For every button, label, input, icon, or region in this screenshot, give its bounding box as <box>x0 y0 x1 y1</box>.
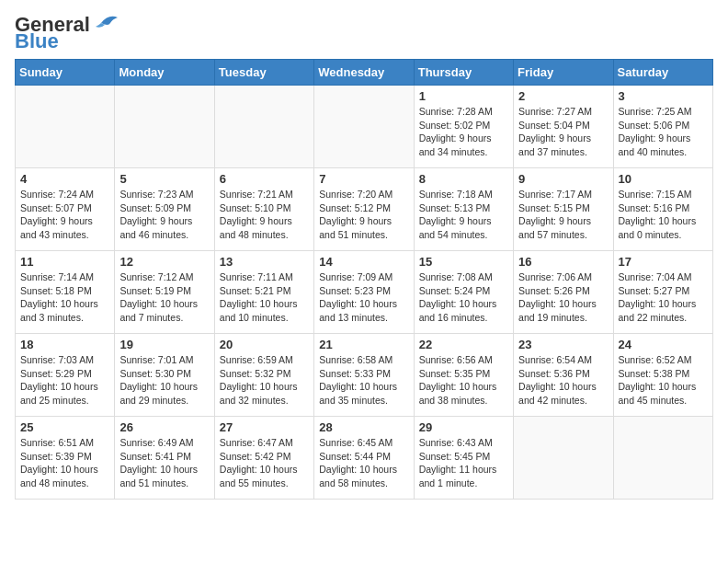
day-number: 21 <box>319 338 408 351</box>
day-info: Sunrise: 7:28 AMSunset: 5:02 PMDaylight:… <box>419 105 508 159</box>
day-info: Sunrise: 6:51 AMSunset: 5:39 PMDaylight:… <box>20 436 109 490</box>
day-info: Sunrise: 7:21 AMSunset: 5:10 PMDaylight:… <box>220 188 309 242</box>
day-info: Sunrise: 7:12 AMSunset: 5:19 PMDaylight:… <box>119 270 209 325</box>
calendar-week-row: 25Sunrise: 6:51 AMSunset: 5:39 PMDayligh… <box>16 417 713 500</box>
day-number: 2 <box>518 89 608 103</box>
day-info: Sunrise: 6:54 AMSunset: 5:36 PMDaylight:… <box>518 353 608 408</box>
calendar-cell: 18Sunrise: 7:03 AMSunset: 5:29 PMDayligh… <box>16 334 115 417</box>
logo-blue: Blue <box>15 31 59 52</box>
calendar-week-row: 18Sunrise: 7:03 AMSunset: 5:29 PMDayligh… <box>16 334 713 417</box>
calendar-cell: 25Sunrise: 6:51 AMSunset: 5:39 PMDayligh… <box>16 417 115 500</box>
calendar-cell: 7Sunrise: 7:20 AMSunset: 5:12 PMDaylight… <box>314 168 414 251</box>
day-number: 8 <box>419 172 508 186</box>
day-number: 22 <box>419 338 508 351</box>
day-info: Sunrise: 7:24 AMSunset: 5:07 PMDaylight:… <box>20 188 109 242</box>
calendar-table: SundayMondayTuesdayWednesdayThursdayFrid… <box>15 59 713 500</box>
calendar-cell: 14Sunrise: 7:09 AMSunset: 5:23 PMDayligh… <box>314 251 414 334</box>
calendar-cell: 22Sunrise: 6:56 AMSunset: 5:35 PMDayligh… <box>414 334 513 417</box>
day-number: 6 <box>220 172 309 186</box>
day-info: Sunrise: 6:59 AMSunset: 5:32 PMDaylight:… <box>220 353 309 408</box>
day-number: 29 <box>419 420 508 434</box>
day-number: 25 <box>20 420 109 434</box>
day-number: 19 <box>119 338 209 351</box>
calendar-cell: 9Sunrise: 7:17 AMSunset: 5:15 PMDaylight… <box>514 168 613 251</box>
day-info: Sunrise: 7:15 AMSunset: 5:16 PMDaylight:… <box>619 188 708 242</box>
calendar-cell: 12Sunrise: 7:12 AMSunset: 5:19 PMDayligh… <box>115 251 214 334</box>
day-info: Sunrise: 7:18 AMSunset: 5:13 PMDaylight:… <box>419 188 508 242</box>
day-info: Sunrise: 7:25 AMSunset: 5:06 PMDaylight:… <box>619 105 708 159</box>
day-number: 11 <box>20 255 109 269</box>
calendar-cell: 11Sunrise: 7:14 AMSunset: 5:18 PMDayligh… <box>16 251 115 334</box>
calendar-cell: 19Sunrise: 7:01 AMSunset: 5:30 PMDayligh… <box>115 334 214 417</box>
day-number: 3 <box>619 89 708 103</box>
column-header-sunday: Sunday <box>16 60 115 86</box>
day-info: Sunrise: 7:03 AMSunset: 5:29 PMDaylight:… <box>20 353 109 408</box>
page-header: General Blue <box>15 15 713 52</box>
day-number: 16 <box>518 255 608 269</box>
day-number: 17 <box>619 255 708 269</box>
calendar-week-row: 4Sunrise: 7:24 AMSunset: 5:07 PMDaylight… <box>16 168 713 251</box>
day-info: Sunrise: 7:08 AMSunset: 5:24 PMDaylight:… <box>419 270 508 325</box>
day-info: Sunrise: 7:14 AMSunset: 5:18 PMDaylight:… <box>20 270 109 325</box>
day-number: 20 <box>220 338 309 351</box>
calendar-cell: 26Sunrise: 6:49 AMSunset: 5:41 PMDayligh… <box>115 417 214 500</box>
calendar-cell: 20Sunrise: 6:59 AMSunset: 5:32 PMDayligh… <box>214 334 313 417</box>
calendar-cell: 16Sunrise: 7:06 AMSunset: 5:26 PMDayligh… <box>514 251 613 334</box>
calendar-cell: 17Sunrise: 7:04 AMSunset: 5:27 PMDayligh… <box>613 251 712 334</box>
calendar-cell: 23Sunrise: 6:54 AMSunset: 5:36 PMDayligh… <box>514 334 613 417</box>
calendar-cell <box>514 417 613 500</box>
day-info: Sunrise: 6:52 AMSunset: 5:38 PMDaylight:… <box>619 353 708 408</box>
day-number: 4 <box>20 172 109 186</box>
calendar-cell: 5Sunrise: 7:23 AMSunset: 5:09 PMDaylight… <box>115 168 214 251</box>
column-header-tuesday: Tuesday <box>214 60 313 86</box>
calendar-cell: 13Sunrise: 7:11 AMSunset: 5:21 PMDayligh… <box>214 251 313 334</box>
day-info: Sunrise: 7:04 AMSunset: 5:27 PMDaylight:… <box>619 270 708 325</box>
day-number: 12 <box>119 255 209 269</box>
day-info: Sunrise: 7:20 AMSunset: 5:12 PMDaylight:… <box>319 188 408 242</box>
calendar-cell: 29Sunrise: 6:43 AMSunset: 5:45 PMDayligh… <box>414 417 513 500</box>
column-header-monday: Monday <box>115 60 214 86</box>
calendar-cell <box>314 86 414 168</box>
day-info: Sunrise: 7:17 AMSunset: 5:15 PMDaylight:… <box>518 188 608 242</box>
calendar-cell <box>613 417 712 500</box>
calendar-header-row: SundayMondayTuesdayWednesdayThursdayFrid… <box>16 60 713 86</box>
day-number: 13 <box>220 255 309 269</box>
day-info: Sunrise: 7:01 AMSunset: 5:30 PMDaylight:… <box>119 353 209 408</box>
day-info: Sunrise: 6:56 AMSunset: 5:35 PMDaylight:… <box>419 353 508 408</box>
calendar-cell: 3Sunrise: 7:25 AMSunset: 5:06 PMDaylight… <box>613 86 712 168</box>
calendar-cell <box>214 86 313 168</box>
calendar-cell: 28Sunrise: 6:45 AMSunset: 5:44 PMDayligh… <box>314 417 414 500</box>
logo: General Blue <box>15 15 118 52</box>
day-info: Sunrise: 7:27 AMSunset: 5:04 PMDaylight:… <box>518 105 608 159</box>
day-number: 27 <box>220 420 309 434</box>
day-info: Sunrise: 6:58 AMSunset: 5:33 PMDaylight:… <box>319 353 408 408</box>
calendar-cell: 10Sunrise: 7:15 AMSunset: 5:16 PMDayligh… <box>613 168 712 251</box>
column-header-saturday: Saturday <box>613 60 712 86</box>
calendar-cell: 1Sunrise: 7:28 AMSunset: 5:02 PMDaylight… <box>414 86 513 168</box>
day-number: 26 <box>119 420 209 434</box>
column-header-wednesday: Wednesday <box>314 60 414 86</box>
calendar-week-row: 11Sunrise: 7:14 AMSunset: 5:18 PMDayligh… <box>16 251 713 334</box>
column-header-thursday: Thursday <box>414 60 513 86</box>
day-info: Sunrise: 7:11 AMSunset: 5:21 PMDaylight:… <box>220 270 309 325</box>
logo-bird-icon <box>92 14 118 32</box>
calendar-cell: 8Sunrise: 7:18 AMSunset: 5:13 PMDaylight… <box>414 168 513 251</box>
calendar-cell: 2Sunrise: 7:27 AMSunset: 5:04 PMDaylight… <box>514 86 613 168</box>
day-number: 18 <box>20 338 109 351</box>
day-info: Sunrise: 6:45 AMSunset: 5:44 PMDaylight:… <box>319 436 408 490</box>
calendar-cell <box>16 86 115 168</box>
day-info: Sunrise: 6:49 AMSunset: 5:41 PMDaylight:… <box>119 436 209 490</box>
day-number: 10 <box>619 172 708 186</box>
day-info: Sunrise: 7:06 AMSunset: 5:26 PMDaylight:… <box>518 270 608 325</box>
day-number: 15 <box>419 255 508 269</box>
calendar-cell: 15Sunrise: 7:08 AMSunset: 5:24 PMDayligh… <box>414 251 513 334</box>
calendar-cell: 21Sunrise: 6:58 AMSunset: 5:33 PMDayligh… <box>314 334 414 417</box>
day-number: 1 <box>419 89 508 103</box>
calendar-cell: 24Sunrise: 6:52 AMSunset: 5:38 PMDayligh… <box>613 334 712 417</box>
calendar-week-row: 1Sunrise: 7:28 AMSunset: 5:02 PMDaylight… <box>16 86 713 168</box>
day-info: Sunrise: 6:43 AMSunset: 5:45 PMDaylight:… <box>419 436 508 490</box>
day-number: 14 <box>319 255 408 269</box>
calendar-cell <box>115 86 214 168</box>
day-number: 28 <box>319 420 408 434</box>
day-number: 23 <box>518 338 608 351</box>
